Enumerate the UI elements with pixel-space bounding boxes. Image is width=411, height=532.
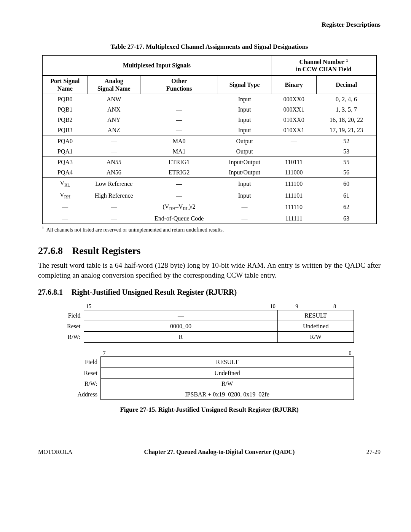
th-chan-sup: 1	[346, 58, 348, 62]
th-dec: Decimal	[317, 75, 376, 94]
row-label-field: Field	[65, 310, 84, 321]
channel-table: Multiplexed Input Signals Channel Number…	[42, 55, 377, 224]
table-row: PQB2 ANY — Input 010XX0 16, 18, 20, 22	[42, 115, 376, 125]
table-title: Table 27-17. Multiplexed Channel Assignm…	[38, 43, 381, 51]
cell-reset: Undefined	[101, 367, 354, 378]
cell-address: IPSBAR + 0x19_0280, 0x19_02fe	[101, 389, 354, 399]
cell-rw-right: R/W	[278, 332, 354, 342]
bit-label: 10	[268, 302, 278, 310]
table-row: PQB1 ANX — Input 000XX1 1, 3, 5, 7	[42, 104, 376, 115]
table-row: PQA1 — MA1 Output 53	[42, 146, 376, 157]
vrh-cell: VRH	[42, 190, 88, 201]
footer-center: Chapter 27. Queued Analog-to-Digital Con…	[144, 448, 295, 455]
cell-field-right: RESULT	[278, 310, 354, 321]
cell-reset-left: 0000_00	[84, 321, 278, 332]
th-sigtype: Signal Type	[218, 75, 271, 94]
table-row: PQB0 ANW — Input 000XX0 0, 2, 4, 6	[42, 94, 376, 104]
th-chan: Channel Number 1 in CCW CHAN Field	[271, 55, 376, 76]
table-row: PQB3 ANZ — Input 010XX1 17, 19, 21, 23	[42, 125, 376, 136]
footer-left: MOTOROLA	[38, 448, 72, 455]
table-row: — — (VRH–VRL)/2 — 111110 62	[42, 201, 376, 213]
table-row: PQA0 — MA0 Output — 52	[42, 136, 376, 146]
row-label-address: Address	[65, 389, 101, 399]
row-label-reset: Reset	[65, 367, 101, 378]
section-title: Result Registers	[72, 245, 141, 256]
vrl-cell: VRL	[42, 178, 88, 190]
table-row: PQA3 AN55 ETRIG1 Input/Output 110111 55	[42, 157, 376, 167]
th-analog: Analog Signal Name	[88, 75, 140, 94]
th-mux: Multiplexed Input Signals	[42, 55, 271, 76]
table-footnote: 1 All channels not listed are reserved o…	[42, 225, 381, 233]
page-header: Register Descriptions	[38, 21, 381, 29]
th-chan-l1: Channel Number	[299, 59, 344, 65]
th-other: Other Functions	[140, 75, 218, 94]
cell-rw: R/W	[101, 378, 354, 389]
cell-reset-right: Undefined	[278, 321, 354, 332]
table-row: VRH High Reference — Input 111101 61	[42, 190, 376, 201]
th-chan-l2: in CCW CHAN Field	[296, 66, 352, 72]
cell-rw-left: R	[84, 332, 278, 342]
table-row: — — End-of-Queue Code — 111111 63	[42, 213, 376, 224]
subsection-number: 27.6.8.1	[38, 288, 63, 296]
subsection-title: Right-Justified Unsigned Result Register…	[72, 288, 237, 296]
figure-caption: Figure 27-15. Right-Justified Unsigned R…	[38, 406, 381, 414]
row-label-rw: R/W:	[65, 378, 101, 389]
bit-label: 7	[101, 349, 227, 357]
subsection-heading: 27.6.8.1 Right-Justified Unsigned Result…	[38, 288, 381, 297]
row-label-reset: Reset	[65, 321, 84, 332]
vrh-vrl-cell: (VRH–VRL)/2	[140, 201, 218, 213]
table-row: VRL Low Reference — Input 111100 60	[42, 178, 376, 190]
table-row: PQA4 AN56 ETRIG2 Input/Output 111000 56	[42, 167, 376, 178]
page-footer: MOTOROLA Chapter 27. Queued Analog-to-Di…	[38, 448, 381, 455]
th-port: Port Signal Name	[42, 75, 88, 94]
bit-label: 8	[316, 302, 354, 310]
th-bin: Binary	[271, 75, 316, 94]
section-paragraph: The result word table is a 64 half-word …	[38, 260, 381, 280]
row-label-field: Field	[65, 357, 101, 367]
register-table-lower: 7 0 Field RESULT Reset Undefined R/W: R/…	[65, 349, 354, 400]
section-number: 27.6.8	[38, 245, 63, 256]
footer-right: 27-29	[366, 448, 381, 455]
bit-label: 9	[278, 302, 316, 310]
cell-field: RESULT	[101, 357, 354, 367]
cell-field-left: —	[84, 310, 278, 321]
row-label-rw: R/W:	[65, 332, 84, 342]
bit-label: 15	[84, 302, 268, 310]
register-table-upper: 15 10 9 8 Field — RESULT Reset 0000_00 U…	[65, 302, 354, 342]
bit-label: 0	[227, 349, 354, 357]
section-heading: 27.6.8 Result Registers	[38, 245, 381, 257]
